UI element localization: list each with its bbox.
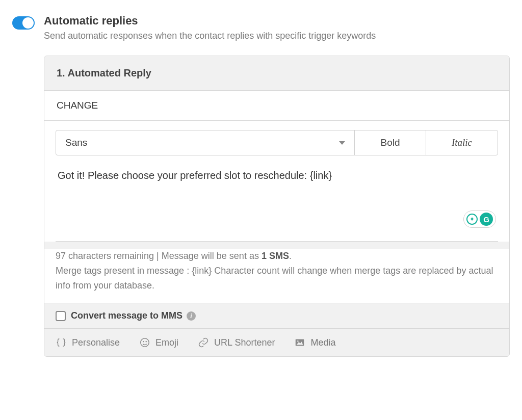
convert-to-mms-label: Convert message to MMS i bbox=[71, 310, 196, 321]
editor-toolbar: Sans Bold Italic bbox=[56, 130, 498, 155]
svg-point-5 bbox=[298, 340, 299, 342]
toggle-knob bbox=[22, 17, 34, 29]
svg-point-0 bbox=[141, 338, 149, 347]
character-meta: 97 characters remaining | Message will b… bbox=[44, 249, 509, 303]
svg-point-2 bbox=[146, 341, 147, 342]
trigger-keyword-field[interactable]: CHANGE bbox=[44, 91, 509, 121]
font-selected-label: Sans bbox=[65, 137, 87, 148]
merge-tags-note: Merge tags present in message : {link} C… bbox=[56, 266, 493, 291]
chevron-down-icon bbox=[339, 141, 345, 145]
emoji-label: Emoji bbox=[155, 337, 178, 348]
media-label: Media bbox=[310, 337, 335, 348]
grammarly-icon: G bbox=[480, 213, 493, 226]
message-editor: Sans Bold Italic Got it! Please choose y… bbox=[44, 121, 509, 242]
grammarly-widget[interactable]: ✦ G bbox=[463, 211, 496, 228]
convert-to-mms-checkbox[interactable] bbox=[56, 311, 66, 321]
link-icon bbox=[198, 337, 209, 348]
svg-point-1 bbox=[143, 341, 144, 342]
info-icon[interactable]: i bbox=[187, 311, 196, 321]
automatic-replies-header: Automatic replies Send automatic respons… bbox=[12, 14, 510, 41]
grammarly-tip-icon: ✦ bbox=[466, 214, 478, 225]
media-button[interactable]: Media bbox=[294, 337, 335, 348]
automatic-replies-toggle[interactable] bbox=[12, 16, 35, 30]
font-select[interactable]: Sans bbox=[56, 130, 355, 155]
header-text: Automatic replies Send automatic respons… bbox=[44, 14, 376, 41]
emoji-icon bbox=[139, 337, 150, 348]
personalise-button[interactable]: Personalise bbox=[56, 337, 120, 348]
emoji-button[interactable]: Emoji bbox=[139, 337, 178, 348]
chars-remaining: 97 characters remaining bbox=[56, 251, 154, 261]
url-shortener-label: URL Shortener bbox=[214, 337, 275, 348]
message-body-text: Got it! Please choose your preferred slo… bbox=[58, 170, 332, 181]
sent-as-prefix: Message will be sent as bbox=[162, 251, 262, 261]
url-shortener-button[interactable]: URL Shortener bbox=[198, 337, 275, 348]
image-icon bbox=[294, 337, 305, 348]
personalise-label: Personalise bbox=[72, 337, 120, 348]
divider bbox=[56, 241, 498, 242]
sent-as-count: 1 SMS bbox=[262, 251, 289, 261]
page-subtitle: Send automatic responses when the contac… bbox=[44, 31, 376, 41]
italic-button[interactable]: Italic bbox=[426, 130, 498, 155]
message-textarea[interactable]: Got it! Please choose your preferred slo… bbox=[56, 155, 498, 232]
braces-icon bbox=[56, 337, 67, 348]
page-title: Automatic replies bbox=[44, 14, 376, 28]
editor-actions: Personalise Emoji URL Shortener Media bbox=[44, 329, 509, 356]
automated-reply-card: 1. Automated Reply CHANGE Sans Bold Ital… bbox=[44, 56, 510, 357]
bold-button[interactable]: Bold bbox=[355, 130, 426, 155]
card-title: 1. Automated Reply bbox=[44, 56, 509, 91]
convert-to-mms-row: Convert message to MMS i bbox=[44, 303, 509, 329]
